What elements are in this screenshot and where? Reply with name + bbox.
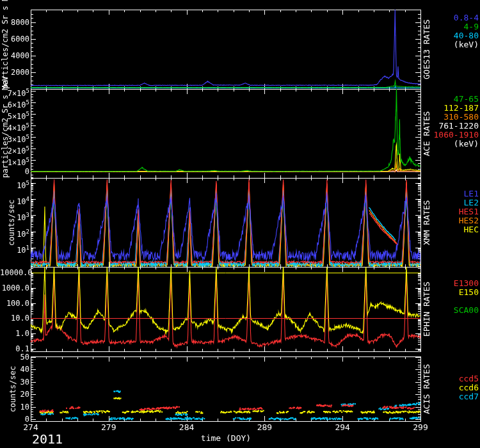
- x-tick-label: 299: [404, 423, 436, 432]
- goes13-y-tick-label: 8000: [0, 18, 29, 27]
- acis-y-tick-label: 40: [0, 365, 29, 374]
- acis-legend-ccd7: ccd7: [459, 392, 479, 401]
- acis-y-tick-label: 30: [0, 378, 29, 387]
- ace-legend--kev-: (keV): [454, 140, 479, 148]
- goes13-legend-0-8-4: 0.8-4: [454, 13, 479, 22]
- ace-y-tick-label: 6×105: [0, 98, 29, 109]
- ephin-y-tick-label: 1.0: [0, 329, 29, 338]
- xmm-legend-hes2: HES2: [459, 216, 479, 225]
- ace-legend-1060-1910: 1060-1910: [434, 131, 479, 140]
- xmm-legend-le2: LE2: [464, 198, 479, 207]
- goes13-legend-4-9: 4-9: [464, 22, 479, 31]
- x-tick-label: 294: [326, 423, 358, 432]
- x-tick-label: 284: [171, 423, 203, 432]
- multi-panel-radiation-figure: particles/cm2 Sr s MeV particles/cm2 Sr …: [0, 0, 480, 448]
- panel-title-xmm-rates: XMM RATES: [422, 178, 432, 267]
- ephin-y-tick-label: 0.1: [0, 344, 29, 353]
- ephin-y-tick-label: 1000.0: [0, 284, 29, 292]
- ephin-y-tick-label: 10.0: [0, 314, 29, 323]
- ace-legend-112-187: 112-187: [444, 104, 479, 113]
- xmm-legend-hes1: HES1: [459, 207, 479, 216]
- x-axis-title: time (DOY): [184, 433, 268, 443]
- x-tick-label: 274: [15, 423, 47, 432]
- xmm-y-tick-label: 101: [0, 243, 29, 255]
- goes13-legend-40-80: 40-80: [454, 31, 479, 40]
- xmm-y-tick-label: 104: [0, 195, 29, 206]
- panel-title-goes13-rates: GOES13 RATES: [422, 10, 432, 89]
- xmm-legend-le1: LE1: [464, 189, 479, 198]
- xmm-y-tick-label: 102: [0, 227, 29, 239]
- ephin-y-tick-label: 10000.0: [0, 268, 29, 277]
- xmm-y-tick-label: 105: [0, 179, 29, 190]
- acis-y-tick-label: 50: [0, 353, 29, 362]
- year-label: 2011: [32, 431, 63, 447]
- panel-title-ace-rates: ACE RATES: [422, 89, 432, 178]
- xmm-y-tick-label: 103: [0, 211, 29, 222]
- acis-legend-ccd6: ccd6: [459, 383, 479, 392]
- panel-title-ephin-rates: EPHIN RATES: [422, 267, 432, 351]
- goes13-legend--kev-: (keV): [454, 40, 479, 49]
- panel-title-acis-rates: ACIS RATES: [422, 356, 432, 421]
- acis-legend-ccd5: ccd5: [459, 374, 479, 383]
- ephin-y-tick-label: 100.0: [0, 299, 29, 308]
- ace-y-tick-label: 2×105: [0, 144, 29, 156]
- ace-y-tick-label: 5×105: [0, 109, 29, 121]
- ace-y-tick-label: 4×105: [0, 121, 29, 132]
- xmm-legend-hec: HEC: [464, 225, 479, 234]
- x-tick-label: 289: [248, 423, 280, 432]
- ace-y-tick-label: 1×105: [0, 156, 29, 167]
- acis-y-tick-label: 20: [0, 390, 29, 399]
- ace-legend-47-65: 47-65: [454, 95, 479, 104]
- ephin-legend-sca00: SCA00: [454, 306, 479, 315]
- ephin-legend-e150: E150: [459, 288, 479, 297]
- goes13-y-tick-label: 6000: [0, 35, 29, 44]
- goes13-y-tick-label: 2000: [0, 68, 29, 77]
- ace-legend-310-580: 310-580: [444, 113, 479, 122]
- ephin-legend-e1300: E1300: [454, 279, 479, 288]
- ace-y-tick-label: 0: [0, 167, 29, 176]
- x-tick-label: 279: [93, 423, 125, 432]
- ace-y-tick-label: 3×105: [0, 132, 29, 144]
- ace-y-tick-label: 7×105: [0, 86, 29, 98]
- ace-legend-761-1220: 761-1220: [438, 122, 479, 131]
- goes13-y-tick-label: 4000: [0, 51, 29, 60]
- plot-canvas: [0, 0, 480, 448]
- acis-y-tick-label: 10: [0, 403, 29, 412]
